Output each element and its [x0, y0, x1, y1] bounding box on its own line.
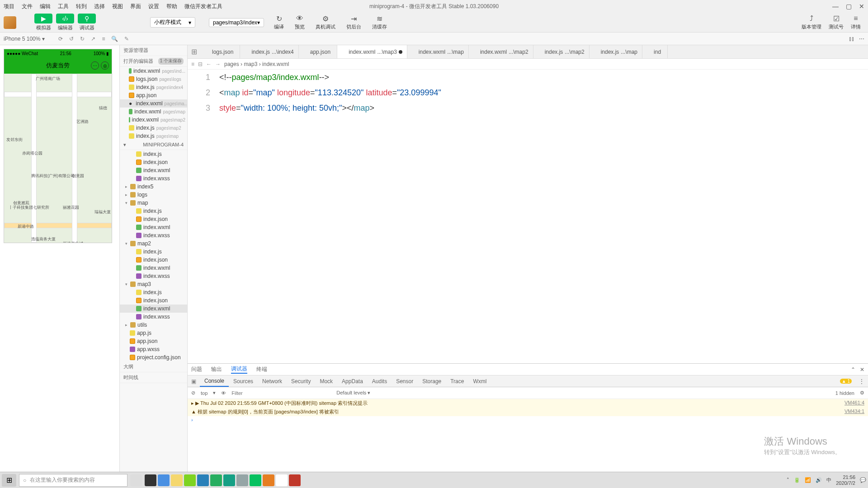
settings-icon[interactable]: ⚙	[860, 390, 864, 396]
folder-item[interactable]: index5	[120, 183, 187, 191]
secondbar-icon[interactable]: ↗	[91, 36, 95, 42]
toolbar-right-action[interactable]: ☑测试号	[829, 14, 844, 30]
file-item[interactable]: app.wxss	[120, 345, 187, 353]
menu-item[interactable]: 界面	[130, 3, 141, 10]
open-editor-item[interactable]: index.wxml pages\map	[120, 108, 187, 116]
taskbar-app[interactable]	[289, 474, 301, 486]
log-levels[interactable]: Default levels ▾	[336, 390, 370, 396]
menu-item[interactable]: 文件	[22, 3, 33, 10]
folder-item[interactable]: map	[120, 199, 187, 207]
open-editor-item[interactable]: index.js pages\map2	[120, 124, 187, 132]
menu-item[interactable]: 工具	[58, 3, 69, 10]
editor-tab[interactable]: index.wxml ...\map2	[469, 45, 533, 58]
file-item[interactable]: index.wxml	[120, 264, 187, 272]
file-item[interactable]: app.json	[120, 337, 187, 345]
devtools-inner-tab[interactable]: Mock	[315, 375, 337, 387]
context-selector[interactable]: top	[201, 390, 208, 396]
open-editor-item[interactable]: index.wxml pages\ind...	[120, 67, 187, 75]
devtools-inner-tab[interactable]: Security	[287, 375, 315, 387]
toolbar-right-action[interactable]: ≡详情	[851, 14, 861, 30]
clear-console-icon[interactable]: ⊘	[191, 390, 195, 396]
taskbar-app[interactable]	[145, 474, 156, 486]
map-view[interactable]: 广州塔南广场艺洲路友邻东街赤岗塔公园腾讯科技(广州)有限公司创意雅苑丽雅花园瑞福…	[4, 74, 112, 243]
menu-item[interactable]: 设置	[148, 3, 159, 10]
taskbar-app[interactable]	[197, 474, 209, 486]
devtools-inner-tab[interactable]: Wxml	[468, 375, 491, 387]
devtools-outer-tab[interactable]: 问题	[191, 366, 202, 373]
tray-chevron-icon[interactable]: ˄	[787, 477, 789, 483]
back-icon[interactable]: ←	[206, 61, 212, 67]
capsule-close-icon[interactable]: ◎	[101, 61, 109, 70]
menu-item[interactable]: 微信开发者工具	[184, 3, 222, 10]
tray-icon[interactable]: 🔊	[816, 477, 822, 483]
devtools-outer-tab[interactable]: 终端	[256, 366, 267, 373]
taskbar-app[interactable]	[263, 474, 274, 486]
taskbar-clock[interactable]: 21:56 2020/7/2	[836, 474, 855, 486]
tray-icon[interactable]: 📶	[805, 477, 811, 483]
file-item[interactable]: index.json	[120, 215, 187, 223]
menu-item[interactable]: 项目	[4, 3, 14, 10]
devtools-inner-tab[interactable]: AppData	[337, 375, 368, 387]
devtools-inner-tab[interactable]: Sources	[229, 375, 258, 387]
devtools-inner-tab[interactable]: Trace	[446, 375, 468, 387]
devtools-inner-tab[interactable]: Console	[200, 375, 229, 387]
secondbar-icon[interactable]: ✎	[124, 36, 129, 42]
open-editor-item[interactable]: index.js pages\index4	[120, 83, 187, 91]
open-editor-item[interactable]: app.json	[120, 91, 187, 99]
timeline-header[interactable]: 时间线	[120, 372, 187, 383]
editor-tab[interactable]: logs.json	[201, 45, 240, 58]
toolbar-action[interactable]: 👁预览	[295, 14, 305, 30]
toolbar-action[interactable]: ≋清缓存	[372, 14, 387, 30]
maximize-icon[interactable]: ▢	[846, 3, 852, 10]
menu-item[interactable]: 帮助	[166, 3, 177, 10]
devtools-maximize-icon[interactable]: ⌃	[851, 366, 855, 373]
toolbar-action[interactable]: ↻编译	[274, 14, 284, 30]
open-editor-item[interactable]: index.wxml pages\map2	[120, 116, 187, 124]
menu-item[interactable]: 转到	[76, 3, 87, 10]
run-button[interactable]: ▶	[34, 14, 52, 23]
devtools-inner-tab[interactable]: Sensor	[392, 375, 418, 387]
file-item[interactable]: index.js	[120, 150, 187, 158]
file-item[interactable]: index.js	[120, 248, 187, 256]
console-prompt[interactable]: ›	[188, 416, 868, 423]
folder-item[interactable]: map2	[120, 239, 187, 248]
file-item[interactable]: project.config.json	[120, 353, 187, 361]
open-editors-header[interactable]: 打开的编辑器	[123, 58, 153, 65]
editor-tab[interactable]: index.js ...\map2	[533, 45, 590, 58]
open-editor-item[interactable]: index.js pages\map	[120, 132, 187, 140]
secondbar-icon[interactable]: ↺	[69, 36, 74, 42]
inspect-icon[interactable]: ▣	[188, 378, 200, 385]
file-item[interactable]: index.wxss	[120, 272, 187, 280]
editor-tab[interactable]: index.wxml ...\map3	[337, 45, 407, 58]
open-editor-item[interactable]: logs.json pages\logs	[120, 75, 187, 83]
editor-tab[interactable]: index.js ...\map	[590, 45, 642, 58]
mode-dropdown[interactable]: 小程序模式▾	[150, 17, 195, 28]
taskbar-app[interactable]	[158, 474, 170, 486]
devtools-more-icon[interactable]: ⋮	[855, 378, 868, 385]
devtools-inner-tab[interactable]: Storage	[418, 375, 446, 387]
minimize-icon[interactable]: —	[832, 3, 839, 10]
secondbar-icon[interactable]: ⟳	[58, 36, 63, 42]
secondbar-icon[interactable]: ↻	[80, 36, 85, 42]
taskbar-app[interactable]	[210, 474, 222, 486]
code-editor[interactable]: <!--pages/map3/index.wxml--><map id="map…	[219, 70, 868, 363]
toolbar-action[interactable]: ⇥切后台	[346, 14, 361, 30]
start-button[interactable]: ⊞	[2, 474, 16, 487]
devtools-inner-tab[interactable]: Network	[258, 375, 287, 387]
task-view-icon[interactable]	[130, 474, 142, 486]
outline-icon[interactable]: ≡	[191, 61, 194, 67]
run-button[interactable]: ⚲	[78, 14, 96, 23]
secondbar-icon[interactable]: ≡	[102, 36, 105, 42]
file-item[interactable]: index.js	[120, 207, 187, 215]
taskbar-app[interactable]	[171, 474, 183, 486]
device-chevron-icon[interactable]: ▾	[42, 36, 45, 42]
tray-icon[interactable]: 🔋	[794, 477, 800, 483]
file-item[interactable]: index.wxss	[120, 231, 187, 239]
editor-tab[interactable]: ind	[642, 45, 668, 58]
notifications-icon[interactable]: 💬	[860, 477, 866, 483]
editor-tab[interactable]: index.wxml ...\map	[407, 45, 469, 58]
file-item[interactable]: app.js	[120, 329, 187, 337]
taskbar-app[interactable]	[223, 474, 235, 486]
file-item[interactable]: index.wxml	[120, 166, 187, 174]
run-button[interactable]: ‹/›	[56, 14, 74, 23]
